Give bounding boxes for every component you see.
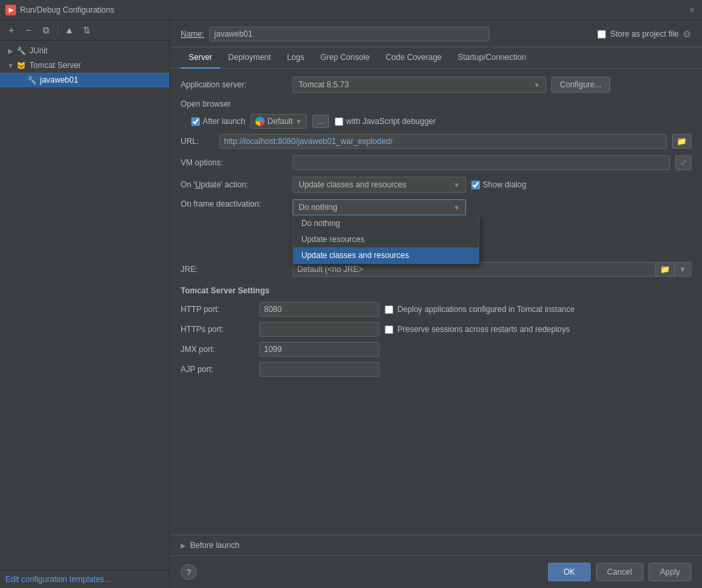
jre-folder-button[interactable]: 📁	[655, 263, 674, 276]
https-port-label: HTTPs port:	[181, 325, 254, 334]
app-server-label: Application server:	[181, 80, 287, 89]
tab-grep-console[interactable]: Grep Console	[312, 47, 377, 69]
help-button[interactable]: ?	[181, 564, 197, 580]
preserve-checkbox[interactable]	[385, 325, 393, 334]
before-launch-section: ▶ Before launch	[170, 535, 702, 555]
after-launch-checkbox-label: After launch	[191, 117, 245, 126]
browser-icon	[255, 117, 265, 126]
tomcat-icon: 🐱	[16, 60, 27, 71]
edit-templates-link[interactable]: Edit configuration templates...	[5, 575, 111, 584]
apply-button[interactable]: Apply	[649, 563, 691, 581]
move-up-button[interactable]: ▲	[62, 23, 77, 37]
dropdown-item-update-resources[interactable]: Update resources	[293, 231, 479, 247]
tab-deployment[interactable]: Deployment	[220, 47, 279, 69]
preserve-label: Preserve sessions across restarts and re…	[397, 325, 570, 334]
tree-toolbar: + − ⧉ ▲ ⇅	[0, 20, 169, 41]
on-update-label: On 'Update' action:	[181, 180, 287, 189]
on-frame-arrow: ▼	[453, 204, 460, 211]
junit-icon: 🔧	[16, 45, 27, 56]
server-settings-heading: Tomcat Server Settings	[181, 286, 691, 295]
on-frame-label: On frame deactivation:	[181, 199, 287, 209]
tab-startup-connection[interactable]: Startup/Connection	[450, 47, 535, 69]
browser-label: Default	[267, 117, 293, 126]
ajp-port-input[interactable]	[259, 362, 379, 377]
ajp-port-row: AJP port:	[181, 362, 691, 377]
tabs-bar: Server Deployment Logs Grep Console Code…	[170, 47, 702, 69]
url-folder-button[interactable]: 📁	[672, 134, 691, 149]
tree-item-junit[interactable]: ▶ 🔧 JUnit	[0, 43, 169, 58]
vm-options-row: VM options: ⤢	[181, 155, 691, 170]
url-row: URL: 📁	[181, 134, 691, 149]
store-row: Store as project file ⚙	[597, 29, 691, 39]
footer-left: ?	[181, 564, 197, 580]
tab-code-coverage[interactable]: Code Coverage	[377, 47, 449, 69]
gear-icon[interactable]: ⚙	[683, 29, 691, 39]
on-update-value: Update classes and resources	[299, 180, 406, 189]
open-browser-heading: Open browser	[181, 99, 691, 109]
tab-logs[interactable]: Logs	[279, 47, 312, 69]
jre-dropdown-button[interactable]: ▼	[674, 263, 691, 276]
jre-input-wrapper: 📁 ▼	[293, 262, 691, 277]
more-button[interactable]: ...	[312, 115, 329, 128]
dropdown-item-update-classes[interactable]: Update classes and resources	[293, 247, 479, 263]
tree-item-tomcat[interactable]: ▼ 🐱 Tomcat Server	[0, 58, 169, 73]
jre-input[interactable]	[293, 263, 655, 276]
deploy-row: Deploy applications configured in Tomcat…	[385, 305, 575, 314]
toolbar-separator	[57, 25, 58, 35]
http-port-row: HTTP port: Deploy applications configure…	[181, 302, 691, 317]
url-input[interactable]	[219, 134, 667, 149]
browser-select[interactable]: Default ▼	[251, 114, 307, 129]
store-label: Store as project file	[610, 29, 679, 39]
tree-arrow-tomcat: ▼	[5, 60, 16, 71]
app-icon: ▶	[5, 5, 16, 15]
on-update-row: On 'Update' action: Update classes and r…	[181, 177, 691, 193]
browser-arrow: ▼	[295, 118, 302, 125]
vm-expand-button[interactable]: ⤢	[675, 155, 691, 170]
show-dialog-checkbox[interactable]	[471, 181, 480, 189]
left-panel: + − ⧉ ▲ ⇅ ▶ 🔧 JUnit ▼ 🐱 Tomcat Server	[0, 20, 170, 588]
http-port-label: HTTP port:	[181, 305, 254, 314]
js-debugger-label: with JavaScript debugger	[335, 117, 436, 126]
copy-button[interactable]: ⧉	[39, 23, 53, 37]
tree-arrow-junit: ▶	[5, 45, 16, 56]
dialog-title: Run/Debug Configurations	[20, 5, 687, 15]
jre-row: JRE: 📁 ▼	[181, 262, 691, 277]
tree-arrow-config	[5, 75, 27, 85]
on-update-select[interactable]: Update classes and resources ▼	[293, 177, 466, 193]
tree-item-config[interactable]: 🔧 javaweb01	[0, 73, 169, 87]
right-panel: Name: Store as project file ⚙ Server Dep…	[170, 20, 702, 588]
title-bar: ▶ Run/Debug Configurations ×	[0, 0, 702, 20]
https-port-row: HTTPs port: Preserve sessions across res…	[181, 322, 691, 337]
js-debugger-checkbox[interactable]	[335, 117, 343, 126]
show-dialog-label: Show dialog	[471, 180, 526, 189]
dropdown-item-do-nothing[interactable]: Do nothing	[293, 215, 479, 231]
vm-options-input[interactable]	[293, 155, 670, 170]
ok-button[interactable]: OK	[548, 563, 590, 581]
tab-server[interactable]: Server	[181, 47, 220, 69]
remove-button[interactable]: −	[21, 23, 36, 37]
deploy-checkbox[interactable]	[385, 305, 393, 314]
on-frame-deact-row: On frame deactivation: Do nothing ▼ Do n…	[181, 199, 691, 215]
after-launch-checkbox[interactable]	[191, 117, 200, 126]
jmx-port-input[interactable]	[259, 342, 379, 357]
main-content: + − ⧉ ▲ ⇅ ▶ 🔧 JUnit ▼ 🐱 Tomcat Server	[0, 20, 702, 588]
add-button[interactable]: +	[4, 23, 19, 37]
config-icon: 🔧	[27, 75, 37, 85]
sort-button[interactable]: ⇅	[79, 23, 94, 37]
tree-label-junit: JUnit	[29, 46, 47, 55]
app-server-row: Application server: Tomcat 8.5.73 ▼ Conf…	[181, 77, 691, 93]
url-label: URL:	[181, 137, 214, 146]
before-launch-arrow[interactable]: ▶	[181, 542, 186, 549]
jmx-port-label: JMX port:	[181, 345, 254, 354]
name-input[interactable]	[209, 27, 489, 41]
after-launch-label: After launch	[203, 117, 245, 126]
on-frame-select[interactable]: Do nothing ▼	[293, 199, 466, 215]
https-port-input[interactable]	[259, 322, 379, 337]
settings-grid: HTTP port: Deploy applications configure…	[181, 302, 691, 377]
cancel-button[interactable]: Cancel	[596, 563, 643, 581]
app-server-select[interactable]: Tomcat 8.5.73 ▼	[293, 77, 546, 93]
close-button[interactable]: ×	[687, 5, 697, 15]
store-checkbox[interactable]	[597, 30, 606, 39]
http-port-input[interactable]	[259, 302, 379, 317]
configure-button[interactable]: Configure...	[551, 77, 610, 93]
